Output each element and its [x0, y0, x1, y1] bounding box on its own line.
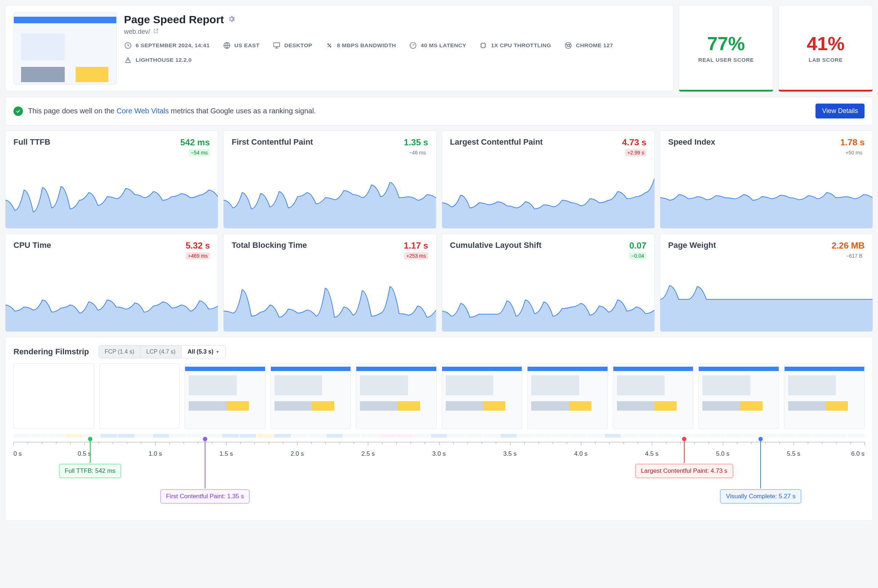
meta-chip: 1X CPU THROTTLING — [479, 41, 551, 50]
metric-name: Total Blocking Time — [231, 241, 307, 250]
chip-icon — [479, 41, 487, 50]
filmstrip-frame[interactable] — [784, 363, 865, 429]
filmstrip-tab[interactable]: FCP (1.4 s) — [99, 346, 141, 358]
gear-icon[interactable] — [228, 15, 236, 25]
timeline-marker — [682, 437, 686, 441]
lab-score-card[interactable]: 41% LAB SCORE — [778, 5, 873, 92]
real-user-score-card[interactable]: 77% REAL USER SCORE — [679, 5, 773, 92]
filmstrip-frame[interactable] — [698, 363, 779, 429]
report-header: Page Speed Report web.dev/ 6 SEPTEMBER 2… — [5, 5, 674, 92]
timeline-tick-label: 5.5 s — [787, 450, 800, 458]
meta-swap: 8 MBPS BANDWIDTH — [326, 41, 396, 50]
lab-score-label: LAB SCORE — [809, 57, 843, 63]
metric-card[interactable]: Total Blocking Time1.17 s+253 ms — [223, 234, 436, 332]
timeline-marker — [88, 437, 92, 441]
timeline-tick-label: 0 s — [14, 450, 22, 458]
svg-rect-2 — [274, 43, 280, 47]
cwv-link[interactable]: Core Web Vitals — [117, 107, 169, 115]
metric-delta: −54 ms — [189, 149, 210, 156]
metric-value: 2.26 MB — [831, 241, 864, 251]
check-circle-icon — [14, 106, 23, 116]
filmstrip-frame[interactable] — [442, 363, 522, 429]
filmstrip-frame[interactable] — [613, 363, 694, 429]
metric-card[interactable]: CPU Time5.32 s+469 ms — [5, 234, 218, 332]
meta-globe: US EAST — [223, 41, 260, 50]
timeline-tick-label: 1.0 s — [149, 450, 162, 458]
metric-delta: −617 B — [844, 252, 864, 260]
metric-delta: +2.99 s — [625, 149, 646, 156]
filmstrip-tab[interactable]: LCP (4.7 s) — [140, 346, 182, 358]
timeline-marker-label: Largest Contentful Paint: 4.73 s — [635, 464, 733, 478]
gauge-icon — [409, 41, 417, 50]
timeline-tick-label: 2.0 s — [291, 450, 304, 458]
metric-sparkline — [442, 280, 654, 332]
timeline-tick-label: 1.5 s — [219, 450, 233, 458]
real-user-score-label: REAL USER SCORE — [698, 57, 754, 63]
filmstrip-frame[interactable] — [270, 363, 351, 429]
external-link-icon[interactable] — [153, 28, 159, 36]
timeline-tick-label: 5.0 s — [716, 450, 729, 458]
timeline-tick-label: 4.5 s — [645, 450, 659, 458]
clock-icon — [124, 41, 132, 50]
metric-card[interactable]: Full TTFB542 ms−54 ms — [5, 130, 218, 229]
svg-point-5 — [565, 42, 572, 49]
cwv-notice: This page does well on the Core Web Vita… — [5, 97, 873, 125]
metric-value: 1.17 s — [404, 241, 428, 251]
metric-value: 0.07 — [629, 241, 646, 251]
meta-clock: 6 SEPTEMBER 2024, 14:41 — [124, 41, 210, 50]
metric-delta: +469 ms — [186, 252, 210, 260]
timeline-marker-label: Full TTFB: 542 ms — [59, 464, 122, 478]
filmstrip-title: Rendering Filmstrip — [14, 347, 89, 357]
real-user-score-value: 77% — [707, 33, 745, 54]
timeline-tick-label: 6.0 s — [851, 450, 864, 458]
filmstrip-frame[interactable] — [99, 363, 180, 429]
metric-delta: +253 ms — [404, 252, 428, 260]
globe-icon — [223, 41, 231, 50]
chrome-icon — [564, 41, 572, 50]
svg-rect-4 — [481, 44, 485, 48]
filmstrip-frame[interactable] — [14, 363, 94, 429]
filmstrip-frame[interactable] — [185, 363, 266, 429]
lh-icon — [124, 56, 132, 64]
timeline-tick-label: 3.0 s — [432, 450, 446, 458]
metric-sparkline — [6, 280, 218, 332]
test-metadata: 6 SEPTEMBER 2024, 14:41US EASTDESKTOP8 M… — [124, 41, 665, 64]
view-details-button[interactable]: View Details — [815, 104, 864, 118]
timeline-ruler: 0 s0.5 s1.0 s1.5 s2.0 s2.5 s3.0 s3.5 s4.… — [14, 442, 864, 451]
timeline-tick-label: 3.5 s — [503, 450, 516, 458]
timeline-tick-label: 0.5 s — [78, 450, 91, 458]
desktop-icon — [273, 41, 281, 50]
metric-card[interactable]: First Contentful Paint1.35 s−46 ms — [223, 130, 436, 229]
timeline-marker-label: First Contentful Paint: 1.35 s — [160, 489, 250, 504]
metric-sparkline — [224, 177, 436, 228]
page-thumbnail — [14, 12, 117, 85]
filmstrip-frame[interactable] — [527, 363, 608, 429]
metric-card[interactable]: Cumulative Layout Shift0.07−0.04 — [442, 234, 655, 332]
filmstrip-frame[interactable] — [356, 363, 437, 429]
metric-name: Full TTFB — [14, 137, 50, 147]
chevron-down-icon: ▼ — [216, 350, 219, 354]
swap-icon — [326, 41, 333, 50]
metric-name: Cumulative Layout Shift — [450, 241, 542, 250]
metric-name: First Contentful Paint — [231, 137, 313, 147]
metric-card[interactable]: Speed Index1.78 s+50 ms — [660, 130, 873, 229]
timeline-marker-label: Visually Complete: 5.27 s — [720, 489, 801, 504]
page-title: Page Speed Report — [124, 14, 224, 26]
meta-chrome: CHROME 127 — [564, 41, 613, 50]
lab-score-value: 41% — [807, 33, 845, 54]
filmstrip-tab[interactable]: All (5.3 s)▼ — [182, 346, 225, 358]
metric-name: Largest Contentful Paint — [450, 137, 543, 147]
metric-value: 4.73 s — [622, 137, 647, 147]
metric-sparkline — [224, 280, 436, 332]
metric-sparkline — [6, 177, 218, 228]
metric-card[interactable]: Largest Contentful Paint4.73 s+2.99 s — [442, 130, 655, 229]
timeline-activity-bars — [14, 434, 864, 438]
metric-name: Speed Index — [668, 137, 716, 147]
meta-gauge: 40 MS LATENCY — [409, 41, 466, 50]
timeline-tick-label: 4.0 s — [574, 450, 587, 458]
metric-card[interactable]: Page Weight2.26 MB−617 B — [660, 234, 873, 332]
meta-lh: LIGHTHOUSE 12.2.0 — [124, 56, 192, 64]
metric-delta: +50 ms — [843, 149, 864, 156]
timeline-marker — [203, 437, 207, 441]
notice-text: This page does well on the Core Web Vita… — [28, 107, 316, 115]
